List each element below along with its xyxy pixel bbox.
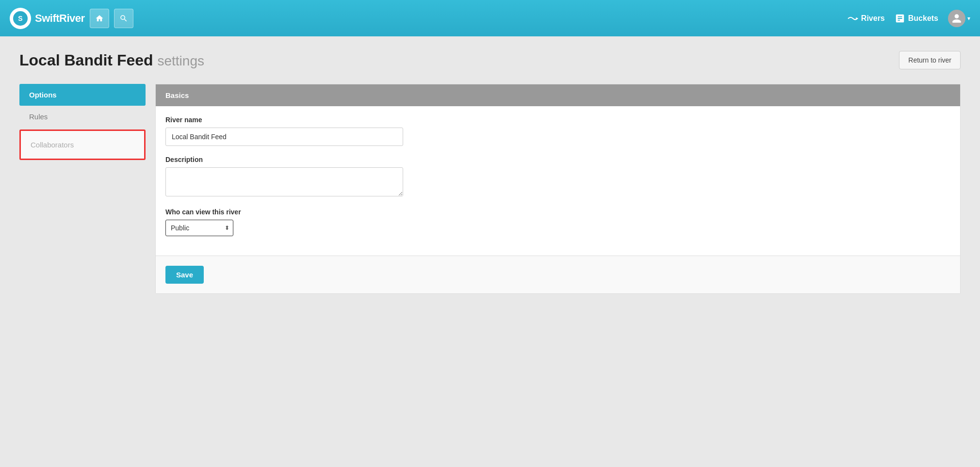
page-title: Local Bandit Feed settings bbox=[19, 51, 204, 69]
nav-right: Rivers Buckets ▾ bbox=[848, 10, 970, 27]
visibility-label: Who can view this river bbox=[165, 208, 950, 216]
description-input[interactable] bbox=[165, 167, 403, 196]
return-to-river-button[interactable]: Return to river bbox=[899, 51, 961, 69]
rivers-label: Rivers bbox=[861, 14, 885, 23]
sidebar: Options Rules Collaborators bbox=[19, 84, 146, 162]
nav-left: S SwiftRiver bbox=[10, 8, 133, 29]
user-caret: ▾ bbox=[967, 15, 970, 22]
river-name-label: River name bbox=[165, 116, 950, 124]
home-button[interactable] bbox=[90, 9, 109, 28]
basics-section: Basics River name Description Who can vi… bbox=[156, 84, 960, 256]
rivers-icon bbox=[848, 13, 858, 24]
rivers-nav-link[interactable]: Rivers bbox=[848, 13, 885, 24]
river-name-input[interactable] bbox=[165, 128, 403, 146]
description-group: Description bbox=[165, 156, 950, 198]
visibility-select[interactable]: Public Private bbox=[165, 220, 233, 236]
navbar: S SwiftRiver Rivers bbox=[0, 0, 980, 36]
basics-body: River name Description Who can view this… bbox=[156, 106, 960, 256]
sidebar-item-options[interactable]: Options bbox=[19, 84, 146, 106]
basics-header: Basics bbox=[156, 84, 960, 106]
sidebar-item-collaborators[interactable]: Collaborators bbox=[19, 129, 146, 160]
buckets-nav-link[interactable]: Buckets bbox=[895, 13, 938, 24]
page-header: Local Bandit Feed settings Return to riv… bbox=[19, 51, 961, 69]
search-button[interactable] bbox=[114, 9, 133, 28]
content-layout: Options Rules Collaborators Basics River… bbox=[19, 84, 961, 294]
page-title-suffix: settings bbox=[157, 53, 204, 68]
visibility-select-wrapper: Public Private bbox=[165, 220, 233, 236]
logo-svg: S bbox=[13, 11, 28, 26]
page-wrapper: Local Bandit Feed settings Return to riv… bbox=[0, 36, 980, 308]
user-menu[interactable]: ▾ bbox=[948, 10, 970, 27]
panel-actions: Save bbox=[156, 256, 960, 293]
home-icon bbox=[95, 14, 104, 23]
logo[interactable]: S SwiftRiver bbox=[10, 8, 85, 29]
search-icon bbox=[119, 14, 128, 23]
svg-text:S: S bbox=[18, 15, 22, 22]
logo-text: SwiftRiver bbox=[35, 12, 85, 25]
river-name-group: River name bbox=[165, 116, 950, 146]
description-label: Description bbox=[165, 156, 950, 163]
user-icon bbox=[951, 13, 962, 24]
buckets-icon bbox=[895, 13, 905, 24]
logo-icon: S bbox=[10, 8, 31, 29]
main-panel: Basics River name Description Who can vi… bbox=[155, 84, 961, 294]
save-button[interactable]: Save bbox=[165, 266, 204, 284]
visibility-group: Who can view this river Public Private bbox=[165, 208, 950, 236]
buckets-label: Buckets bbox=[908, 14, 938, 23]
river-name-title: Local Bandit Feed bbox=[19, 51, 153, 69]
avatar bbox=[948, 10, 965, 27]
sidebar-item-rules[interactable]: Rules bbox=[19, 106, 146, 128]
